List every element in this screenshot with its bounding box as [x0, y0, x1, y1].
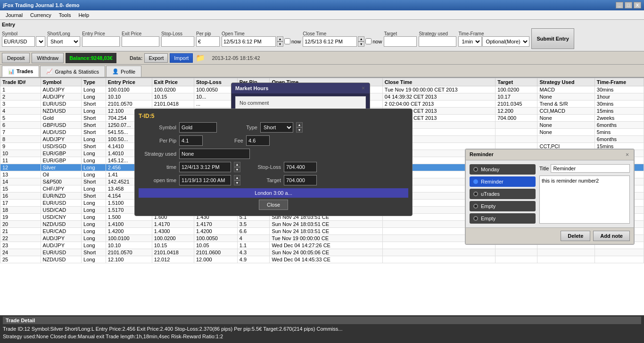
tabs-bar: 📊 Trades 📈 Graphs & Statistics 👤 Profile	[0, 65, 644, 78]
short-long-select[interactable]: ShortLong	[47, 36, 80, 47]
close-window-button[interactable]: X	[634, 2, 641, 8]
maximize-button[interactable]: □	[625, 2, 632, 8]
symbol-input[interactable]	[2, 36, 35, 47]
submit-entry-button[interactable]: Submit Entry	[531, 28, 574, 49]
close-time-up[interactable]: ▲	[358, 36, 364, 42]
open-time-input[interactable]	[222, 36, 276, 47]
main-content: Trade ID# Symbol Type Entry Price Exit P…	[0, 78, 644, 343]
trade-edit-symbol-label: Symbol	[139, 125, 176, 130]
menu-help[interactable]: Help	[74, 11, 93, 19]
app-title: jFox Trading Journal 1.0- demo	[3, 2, 80, 8]
col-exit-price[interactable]: Exit Price	[152, 78, 194, 86]
strategy-label: Strategy used	[419, 31, 448, 36]
market-hours-header: Market Hours ×	[231, 83, 370, 93]
open-time-edit-down[interactable]: ▼	[234, 180, 240, 185]
market-hours-close-button[interactable]: ×	[361, 85, 366, 92]
reminder-title: Reminder	[470, 151, 494, 158]
import-button[interactable]: Import	[170, 53, 193, 63]
reminder-main: Title this is reminder number2	[539, 164, 630, 224]
menubar: Journal Currency Tools Help	[0, 10, 644, 20]
reminder-utrades-item[interactable]: uTrades	[470, 189, 536, 199]
col-type[interactable]: Type	[82, 78, 106, 86]
add-note-button[interactable]: Add note	[593, 231, 630, 241]
close-time-down[interactable]: ▼	[358, 42, 364, 47]
delete-button[interactable]: Delete	[561, 231, 590, 241]
open-time-edit-input[interactable]	[179, 175, 231, 185]
close-time-now-label: now	[372, 39, 382, 44]
reminder-textarea[interactable]: this is reminder number2	[539, 176, 630, 224]
entry-price-input[interactable]	[82, 36, 120, 47]
withdraw-button[interactable]: Withdraw	[32, 53, 64, 63]
fee-input[interactable]	[246, 135, 270, 146]
target-input[interactable]	[384, 36, 417, 47]
empty2-radio	[473, 216, 478, 221]
time-up[interactable]: ▲	[234, 162, 240, 167]
stop-loss-input[interactable]	[161, 36, 194, 47]
col-symbol[interactable]: Symbol	[41, 78, 81, 86]
tab-trades[interactable]: 📊 Trades	[2, 66, 39, 77]
timeframe-label: Time-Frame	[458, 31, 484, 36]
col-timeframe[interactable]: Time-Frame	[594, 78, 644, 86]
utrades-label: uTrades	[481, 191, 500, 197]
menu-currency[interactable]: Currency	[26, 11, 55, 19]
per-pip-edit-input[interactable]	[179, 135, 203, 146]
target-edit-input[interactable]	[284, 175, 317, 185]
strategy-input[interactable]	[419, 36, 456, 47]
per-pip-input[interactable]	[196, 36, 220, 47]
table-row[interactable]: 24EUR/USDShort2101.05702101.04182101.060…	[0, 249, 644, 256]
time-input[interactable]	[179, 162, 231, 172]
trade-edit-type-select[interactable]: ShortLong	[260, 122, 293, 133]
reminder-close-icon[interactable]: ×	[625, 151, 630, 158]
table-row[interactable]: 25NZD/USDLong12.10012.01212.0004.9Wed De…	[0, 256, 644, 263]
symbol-dropdown[interactable]: ▼	[36, 36, 45, 47]
tab-profile[interactable]: 👤 Profile	[106, 66, 141, 77]
export-button[interactable]: Export	[144, 53, 168, 63]
monday-label: Monday	[481, 167, 499, 172]
close-time-input[interactable]	[303, 36, 357, 47]
reminder-radio	[473, 179, 478, 184]
stop-loss-label: Stop-Loss	[161, 31, 182, 36]
strategy-edit-label: Strategy used	[139, 151, 176, 157]
strategy-edit-input[interactable]	[179, 149, 250, 159]
open-time-down[interactable]: ▼	[277, 42, 283, 47]
type-up[interactable]: ▲	[296, 122, 303, 127]
open-time-edit-label: open time	[139, 177, 176, 183]
open-time-up[interactable]: ▲	[277, 36, 283, 42]
menu-tools[interactable]: Tools	[55, 11, 75, 19]
target-label: Target	[384, 31, 397, 36]
deposit-button[interactable]: Deposit	[2, 53, 30, 63]
minimize-button[interactable]: _	[616, 2, 623, 8]
type-down[interactable]: ▼	[296, 127, 303, 133]
timeframe-select[interactable]: 1min5mins15mins	[458, 36, 482, 47]
market-hours-title: Market Hours	[235, 85, 268, 91]
tab-graphs[interactable]: 📈 Graphs & Statistics	[40, 66, 105, 77]
close-time-now-checkbox[interactable]	[365, 38, 372, 44]
trades-icon: 📊	[8, 68, 15, 75]
col-trade-id[interactable]: Trade ID#	[0, 78, 41, 86]
trade-edit-symbol-input[interactable]	[179, 122, 217, 133]
open-time-edit-up[interactable]: ▲	[234, 175, 240, 180]
optional-more-select[interactable]: Optional(More)	[482, 36, 529, 47]
reminder-title-input[interactable]	[551, 164, 630, 173]
reminder-monday-item[interactable]: Monday	[470, 164, 536, 175]
open-time-now-checkbox[interactable]	[284, 38, 290, 44]
time-down[interactable]: ▼	[234, 167, 240, 172]
london-banner: London 3:00 a...	[139, 188, 408, 198]
time-label: time	[139, 164, 176, 170]
reminder-empty1-item[interactable]: Empty	[470, 201, 536, 211]
col-close-time[interactable]: Close Time	[382, 78, 495, 86]
stop-loss-edit-input[interactable]	[284, 162, 317, 172]
entry-section: Entry Symbol ▼ Short/Long ShortLong Entr…	[0, 20, 644, 51]
reminder-popup: Reminder × Monday Reminder uTrades	[465, 149, 635, 245]
monday-radio	[473, 167, 478, 172]
col-strategy[interactable]: Strategy Used	[537, 78, 594, 86]
balance-display: Balance:9248,03€	[66, 53, 116, 63]
reminder-reminder-item[interactable]: Reminder	[470, 176, 536, 187]
exit-price-input[interactable]	[122, 36, 159, 47]
col-entry-price[interactable]: Entry Price	[106, 78, 152, 86]
reminder-item-label: Reminder	[481, 179, 504, 184]
reminder-empty2-item[interactable]: Empty	[470, 213, 536, 224]
col-target[interactable]: Target	[495, 78, 537, 86]
trade-edit-close-button[interactable]: Close	[259, 200, 288, 210]
menu-journal[interactable]: Journal	[2, 11, 26, 19]
